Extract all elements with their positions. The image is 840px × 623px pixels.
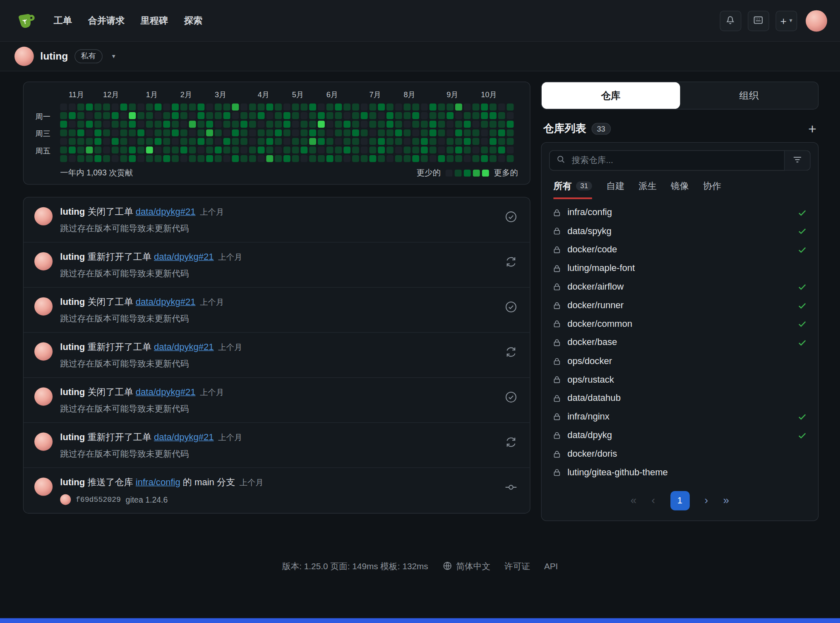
feed-user-link[interactable]: luting [60, 477, 85, 487]
heatmap-cell[interactable] [189, 103, 196, 110]
heatmap-cell[interactable] [300, 155, 307, 162]
panel-button[interactable] [748, 10, 769, 31]
heatmap-cell[interactable] [421, 112, 428, 119]
heatmap-cell[interactable] [335, 138, 342, 145]
heatmap-cell[interactable] [86, 138, 93, 145]
heatmap-cell[interactable] [386, 129, 394, 137]
heatmap-cell[interactable] [507, 112, 514, 119]
heatmap-cell[interactable] [395, 138, 402, 145]
heatmap-cell[interactable] [421, 129, 428, 137]
heatmap-cell[interactable] [412, 103, 419, 110]
heatmap-cell[interactable] [300, 112, 307, 119]
heatmap-cell[interactable] [249, 138, 256, 145]
heatmap-cell[interactable] [490, 129, 497, 137]
heatmap-cell[interactable] [490, 146, 497, 153]
heatmap-cell[interactable] [180, 129, 187, 137]
heatmap-cell[interactable] [300, 121, 307, 128]
heatmap-cell[interactable] [155, 103, 162, 110]
heatmap-cell[interactable] [258, 138, 265, 145]
heatmap-cell[interactable] [163, 138, 170, 145]
heatmap-cell[interactable] [120, 146, 127, 153]
heatmap-cell[interactable] [283, 146, 290, 153]
feed-user-link[interactable]: luting [60, 206, 85, 217]
heatmap-cell[interactable] [240, 112, 247, 119]
heatmap-cell[interactable] [430, 112, 437, 119]
heatmap-cell[interactable] [378, 146, 385, 153]
repo-filter-tab[interactable]: 派生 [638, 180, 657, 199]
heatmap-cell[interactable] [120, 112, 127, 119]
repo-link[interactable]: infra/config [567, 207, 791, 218]
heatmap-cell[interactable] [292, 129, 299, 137]
heatmap-cell[interactable] [189, 146, 196, 153]
heatmap-cell[interactable] [189, 112, 196, 119]
repo-filter-tab[interactable]: 协作 [703, 180, 721, 199]
heatmap-cell[interactable] [258, 146, 265, 153]
heatmap-cell[interactable] [275, 129, 282, 137]
heatmap-cell[interactable] [112, 155, 119, 162]
heatmap-cell[interactable] [292, 121, 299, 128]
feed-user-link[interactable]: luting [60, 432, 85, 442]
heatmap-cell[interactable] [146, 146, 153, 153]
heatmap-cell[interactable] [378, 121, 385, 128]
repo-filter-tab[interactable]: 所有31 [553, 180, 592, 199]
heatmap-cell[interactable] [86, 146, 93, 153]
repo-list-item[interactable]: luting/gitea-github-theme [549, 463, 811, 482]
heatmap-cell[interactable] [69, 121, 76, 128]
heatmap-cell[interactable] [60, 103, 67, 110]
heatmap-cell[interactable] [232, 129, 239, 137]
footer-language-link[interactable]: 简体中文 [442, 561, 490, 573]
heatmap-cell[interactable] [77, 121, 84, 128]
heatmap-cell[interactable] [146, 129, 153, 137]
heatmap-cell[interactable] [490, 121, 497, 128]
repo-list-item[interactable]: infra/config [549, 204, 811, 222]
heatmap-cell[interactable] [464, 121, 471, 128]
heatmap-cell[interactable] [403, 103, 410, 110]
heatmap-cell[interactable] [473, 121, 480, 128]
repo-link[interactable]: docker/code [567, 244, 791, 255]
heatmap-cell[interactable] [112, 146, 119, 153]
heatmap-cell[interactable] [430, 129, 437, 137]
repo-list-item[interactable]: ops/rustack [549, 371, 811, 389]
heatmap-cell[interactable] [412, 129, 419, 137]
heatmap-cell[interactable] [386, 146, 394, 153]
footer-license-link[interactable]: 许可证 [504, 561, 530, 573]
heatmap-cell[interactable] [137, 138, 144, 145]
heatmap-cell[interactable] [206, 103, 213, 110]
heatmap-cell[interactable] [490, 155, 497, 162]
heatmap-cell[interactable] [266, 129, 273, 137]
heatmap-cell[interactable] [258, 121, 265, 128]
heatmap-cell[interactable] [335, 155, 342, 162]
heatmap-cell[interactable] [180, 112, 187, 119]
heatmap-cell[interactable] [446, 146, 454, 153]
heatmap-cell[interactable] [464, 129, 471, 137]
heatmap-cell[interactable] [352, 146, 359, 153]
heatmap-cell[interactable] [129, 129, 136, 137]
heatmap-cell[interactable] [464, 112, 471, 119]
footer-api-link[interactable]: API [544, 562, 558, 572]
heatmap-cell[interactable] [155, 138, 162, 145]
heatmap-cell[interactable] [386, 138, 394, 145]
heatmap-cell[interactable] [403, 112, 410, 119]
heatmap-cell[interactable] [507, 121, 514, 128]
heatmap-cell[interactable] [412, 121, 419, 128]
heatmap-cell[interactable] [352, 103, 359, 110]
heatmap-cell[interactable] [266, 103, 273, 110]
heatmap-cell[interactable] [369, 112, 376, 119]
heatmap-cell[interactable] [446, 155, 454, 162]
heatmap-cell[interactable] [343, 155, 350, 162]
heatmap-cell[interactable] [163, 112, 170, 119]
heatmap-cell[interactable] [335, 121, 342, 128]
heatmap-cell[interactable] [300, 138, 307, 145]
heatmap-cell[interactable] [249, 121, 256, 128]
heatmap-cell[interactable] [163, 146, 170, 153]
heatmap-cell[interactable] [403, 138, 410, 145]
heatmap-cell[interactable] [455, 129, 462, 137]
heatmap-cell[interactable] [498, 103, 505, 110]
heatmap-cell[interactable] [129, 103, 136, 110]
heatmap-cell[interactable] [318, 146, 325, 153]
heatmap-cell[interactable] [386, 112, 394, 119]
heatmap-cell[interactable] [283, 103, 290, 110]
repo-link[interactable]: data/dpykg [567, 430, 791, 441]
repo-link[interactable]: docker/airflow [567, 282, 791, 292]
heatmap-cell[interactable] [361, 129, 368, 137]
